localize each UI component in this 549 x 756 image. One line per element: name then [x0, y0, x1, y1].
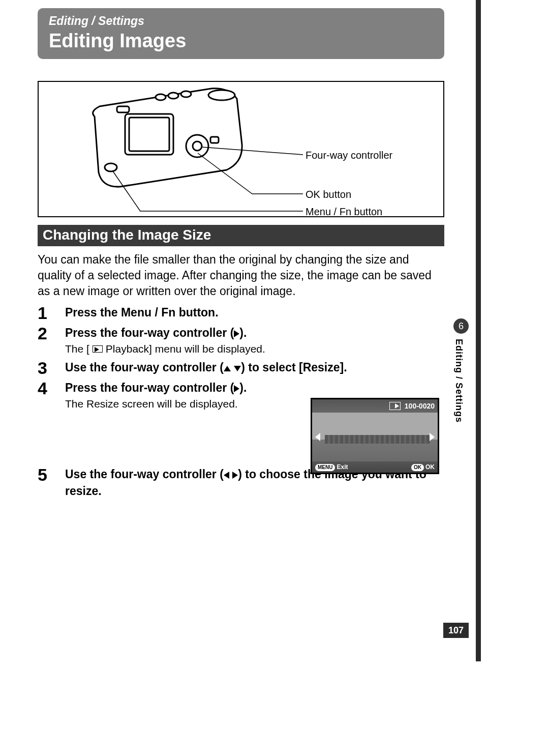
step-2: 2 Press the four-way controller (). The …: [38, 325, 444, 355]
menu-exit-label: MENUExit: [315, 463, 348, 471]
page-header: Editing / Settings Editing Images: [38, 8, 444, 59]
file-number: 100-0020: [405, 402, 435, 410]
manual-page: Editing / Settings Editing Images: [0, 0, 549, 756]
step-heading: Press the four-way controller ().: [65, 380, 444, 396]
callout-menu-fn-button: Menu / Fn button: [306, 206, 382, 218]
callout-ok-button: OK button: [306, 189, 351, 200]
subsection-header: Changing the Image Size: [38, 225, 444, 246]
step-heading: Press the four-way controller ().: [65, 325, 444, 341]
section-label: Editing / Settings: [49, 14, 433, 28]
page-number: 107: [443, 623, 469, 638]
camera-diagram: Four-way controller OK button Menu / Fn …: [38, 81, 444, 217]
triangle-right-icon: [234, 330, 239, 337]
nav-left-icon: [315, 433, 320, 441]
step-number: 3: [38, 359, 65, 376]
chapter-side-tab: 6 Editing / Settings: [453, 318, 469, 423]
step-3: 3 Use the four-way controller ( ) to sel…: [38, 359, 444, 376]
step-number: 5: [38, 466, 65, 483]
ok-label: OKOK: [411, 463, 435, 471]
step-number: 1: [38, 304, 65, 322]
lcd-screen-preview: 100-0020 MENUExit OKOK: [311, 398, 439, 474]
menu-chip: MENU: [315, 464, 335, 471]
lcd-bottom-bar: MENUExit OKOK: [312, 461, 438, 473]
lcd-top-bar: 100-0020: [312, 399, 438, 413]
triangle-right-icon: [234, 385, 239, 392]
step-heading: Use the four-way controller ( ) to selec…: [65, 359, 444, 375]
triangle-down-icon: [234, 366, 241, 371]
nav-right-icon: [430, 433, 435, 441]
chapter-number-badge: 6: [453, 318, 469, 334]
step-1: 1 Press the Menu / Fn button.: [38, 304, 444, 322]
chapter-label: Editing / Settings: [453, 339, 464, 423]
lcd-image-area: [312, 413, 438, 461]
step-number: 2: [38, 325, 65, 342]
ok-chip: OK: [411, 464, 424, 471]
step-subtext: The [ Playback] menu will be displayed.: [65, 343, 444, 355]
playback-icon: [93, 345, 103, 353]
playback-mode-icon: [389, 402, 401, 410]
step-heading: Press the Menu / Fn button.: [65, 304, 444, 321]
page-title: Editing Images: [49, 30, 433, 52]
callout-four-way-controller: Four-way controller: [306, 150, 392, 161]
triangle-up-icon: [224, 366, 231, 371]
page-edge-strip: [476, 0, 481, 661]
lcd-image-content: [325, 435, 431, 444]
triangle-left-icon: [224, 472, 229, 479]
triangle-right-icon: [232, 472, 238, 479]
step-number: 4: [38, 380, 65, 397]
intro-paragraph: You can make the file smaller than the o…: [38, 252, 444, 299]
